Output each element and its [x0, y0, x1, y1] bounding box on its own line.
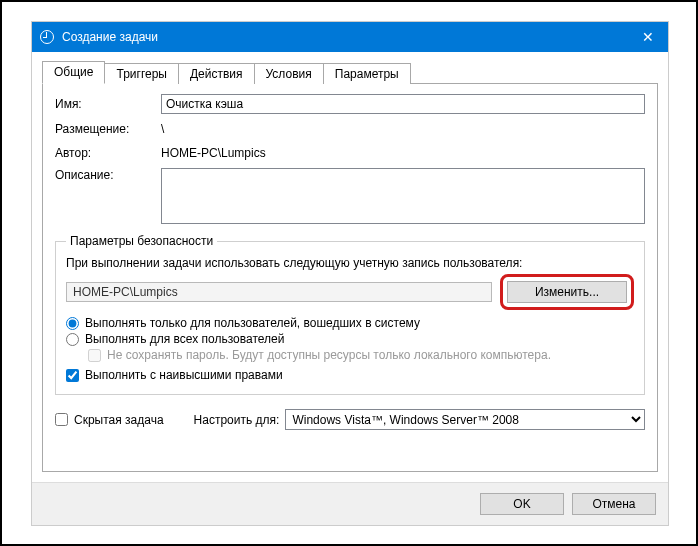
tab-strip: Общие Триггеры Действия Условия Параметр… [42, 60, 658, 83]
bottom-row: Скрытая задача Настроить для: Windows Vi… [55, 409, 645, 430]
security-account-row: HOME-PC\Lumpics Изменить... [66, 274, 634, 310]
label-name: Имя: [55, 97, 155, 111]
tab-actions[interactable]: Действия [178, 63, 255, 84]
configure-for-select[interactable]: Windows Vista™, Windows Server™ 2008 [285, 409, 645, 430]
radio-all-users[interactable]: Выполнять для всех пользователей [66, 332, 634, 346]
author-value: HOME-PC\Lumpics [161, 144, 645, 162]
radio-all-users-label: Выполнять для всех пользователей [85, 332, 284, 346]
tab-panel-general: Имя: Размещение: \ Автор: HOME-PC\Lumpic… [42, 83, 658, 472]
label-configure-for: Настроить для: [194, 413, 280, 427]
tab-general[interactable]: Общие [42, 61, 105, 84]
security-run-as-text: При выполнении задачи использовать следу… [66, 256, 634, 270]
dialog-window: Создание задачи ✕ Общие Триггеры Действи… [31, 21, 669, 526]
security-legend: Параметры безопасности [66, 234, 217, 248]
tab-settings[interactable]: Параметры [323, 63, 411, 84]
radio-logged-on-input[interactable] [66, 317, 79, 330]
label-location: Размещение: [55, 122, 155, 136]
change-user-button[interactable]: Изменить... [507, 281, 627, 303]
radio-logged-on-label: Выполнять только для пользователей, воше… [85, 316, 420, 330]
checkbox-hidden-task-input[interactable] [55, 413, 68, 426]
close-icon: ✕ [642, 29, 654, 45]
checkbox-highest-priv[interactable]: Выполнить с наивысшими правами [66, 368, 634, 382]
ok-button[interactable]: OK [480, 493, 564, 515]
row-location: Размещение: \ [55, 120, 645, 138]
content-area: Общие Триггеры Действия Условия Параметр… [32, 52, 668, 482]
name-input[interactable] [161, 94, 645, 114]
clock-icon [40, 30, 54, 44]
cancel-button[interactable]: Отмена [572, 493, 656, 515]
checkbox-no-store-pwd-input [88, 349, 101, 362]
checkbox-no-store-pwd-label: Не сохранять пароль. Будут доступны ресу… [107, 348, 551, 362]
security-account-display: HOME-PC\Lumpics [66, 282, 492, 302]
radio-all-users-input[interactable] [66, 333, 79, 346]
row-description: Описание: [55, 168, 645, 224]
window-title: Создание задачи [62, 30, 628, 44]
checkbox-hidden-task-label: Скрытая задача [74, 413, 164, 427]
radio-logged-on[interactable]: Выполнять только для пользователей, воше… [66, 316, 634, 330]
checkbox-highest-priv-input[interactable] [66, 369, 79, 382]
checkbox-no-store-pwd: Не сохранять пароль. Будут доступны ресу… [88, 348, 634, 362]
label-description: Описание: [55, 168, 155, 182]
titlebar: Создание задачи ✕ [32, 22, 668, 52]
dialog-footer: OK Отмена [32, 482, 668, 525]
location-value: \ [161, 120, 645, 138]
description-input[interactable] [161, 168, 645, 224]
tab-conditions[interactable]: Условия [254, 63, 324, 84]
row-name: Имя: [55, 94, 645, 114]
row-author: Автор: HOME-PC\Lumpics [55, 144, 645, 162]
tab-triggers[interactable]: Триггеры [104, 63, 179, 84]
checkbox-hidden-task[interactable]: Скрытая задача [55, 413, 164, 427]
label-author: Автор: [55, 146, 155, 160]
highlight-box: Изменить... [500, 274, 634, 310]
security-fieldset: Параметры безопасности При выполнении за… [55, 234, 645, 395]
close-button[interactable]: ✕ [628, 22, 668, 52]
checkbox-highest-priv-label: Выполнить с наивысшими правами [85, 368, 283, 382]
